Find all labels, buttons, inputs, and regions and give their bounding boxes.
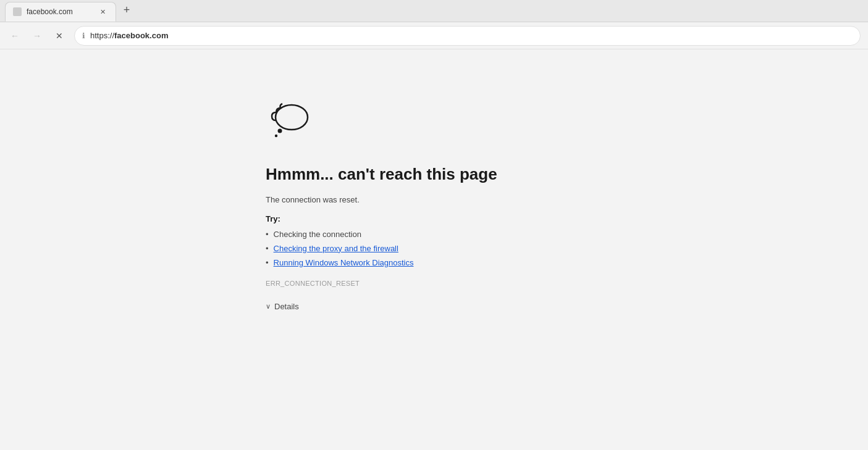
svg-point-1 — [278, 129, 282, 133]
details-row[interactable]: ∨ Details — [266, 302, 497, 311]
list-item: • Checking the connection — [266, 230, 497, 239]
bullet-icon: • — [266, 230, 269, 239]
error-subtext: The connection was reset. — [266, 195, 497, 204]
address-bar[interactable]: ℹ https://facebook.com — [74, 26, 861, 46]
cloud-icon — [266, 99, 315, 142]
try-label: Try: — [266, 214, 497, 223]
new-tab-button[interactable]: + — [117, 2, 136, 19]
error-heading: Hmmm... can't reach this page — [266, 164, 497, 185]
tab-title: facebook.com — [27, 7, 92, 16]
suggestion-text-1: Checking the connection — [274, 230, 361, 239]
back-button[interactable]: ← — [5, 26, 25, 46]
suggestion-list: • Checking the connection • Checking the… — [266, 230, 497, 267]
browser-window: facebook.com ✕ + ← → ✕ ℹ https://faceboo… — [0, 0, 868, 450]
address-text: https://facebook.com — [90, 31, 853, 40]
cloud-icon-wrap — [266, 99, 497, 144]
toolbar: ← → ✕ ℹ https://facebook.com — [0, 22, 868, 49]
tab-bar: facebook.com ✕ + — [0, 0, 868, 22]
tab-close-button[interactable]: ✕ — [97, 6, 108, 17]
reload-stop-button[interactable]: ✕ — [49, 26, 69, 46]
page-content: Hmmm... can't reach this page The connec… — [0, 49, 868, 450]
list-item: • Running Windows Network Diagnostics — [266, 258, 497, 267]
chevron-down-icon: ∨ — [266, 302, 271, 310]
forward-button[interactable]: → — [27, 26, 47, 46]
network-diagnostics-link[interactable]: Running Windows Network Diagnostics — [274, 258, 414, 267]
lock-icon: ℹ — [82, 31, 85, 40]
list-item: • Checking the proxy and the firewall — [266, 244, 497, 253]
active-tab[interactable]: facebook.com ✕ — [5, 2, 116, 22]
svg-point-2 — [275, 135, 277, 137]
bullet-icon: • — [266, 244, 269, 253]
error-container: Hmmm... can't reach this page The connec… — [266, 99, 497, 311]
bullet-icon: • — [266, 258, 269, 267]
url-domain: facebook.com — [114, 31, 168, 40]
tab-favicon — [13, 7, 22, 16]
error-code: ERR_CONNECTION_RESET — [266, 280, 497, 287]
details-label: Details — [274, 302, 299, 311]
proxy-firewall-link[interactable]: Checking the proxy and the firewall — [274, 244, 398, 253]
url-prefix: https:// — [90, 31, 114, 40]
